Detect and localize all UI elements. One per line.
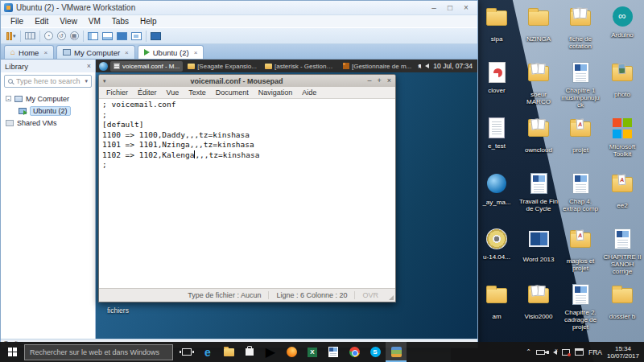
- taskbar-search-box[interactable]: Rechercher sur le web et dans Windows: [24, 344, 173, 360]
- taskbar-app-store[interactable]: [239, 342, 260, 362]
- action-center-icon[interactable]: [575, 348, 584, 356]
- desktop-icon-e-test[interactable]: e_test: [477, 116, 517, 171]
- hidden-icons-chevron[interactable]: ⌃: [526, 348, 531, 356]
- desktop-icon-chap-4-extrap-comp[interactable]: Chap 4. extrap comp: [560, 171, 601, 227]
- mousepad-menu-aide[interactable]: Aide: [297, 88, 321, 97]
- mousepad-menu-texte[interactable]: Texte: [184, 88, 211, 97]
- mousepad-menu-document[interactable]: Document: [211, 88, 254, 97]
- clock[interactable]: 15:34 10/07/2017: [607, 345, 639, 360]
- taskbar-app-explorer[interactable]: [218, 342, 239, 362]
- desktop-icon-am[interactable]: am: [477, 282, 517, 338]
- library-tree-item-ubuntu-2[interactable]: Ubuntu (2): [1, 105, 95, 117]
- vmware-tab-my-computer[interactable]: My Computer×: [56, 45, 135, 59]
- desktop-icon-clover[interactable]: clover: [477, 60, 517, 116]
- desktop-icon-magios-et-projet[interactable]: Amagios et projet: [560, 227, 601, 282]
- desktop-icon-soeur-marco[interactable]: soeur MARCO: [518, 60, 559, 116]
- desktop-icon-ay-ma[interactable]: _ay_ma...: [477, 171, 517, 227]
- mousepad-menu-navigation[interactable]: Navigation: [254, 88, 298, 97]
- vmware-tab-ubuntu-2[interactable]: Ubuntu (2)×: [138, 45, 204, 59]
- mousepad-menu-diter[interactable]: Éditer: [133, 88, 162, 97]
- desktop-icon-arduino[interactable]: ∞Arduino: [602, 5, 642, 60]
- desktop-icon-projet[interactable]: Aprojet: [560, 116, 601, 171]
- ubuntu-clock[interactable]: 10 Jul, 07:34: [433, 62, 473, 70]
- mousepad-menu-vue[interactable]: Vue: [162, 88, 184, 97]
- ubuntu-window-button[interactable]: [Seagate Expansio...: [184, 61, 260, 72]
- start-button[interactable]: [0, 342, 24, 362]
- ubuntu-app-menu-icon[interactable]: [99, 62, 108, 71]
- take-snapshot-button[interactable]: ◔: [44, 31, 53, 40]
- manage-snapshots-button[interactable]: ▦: [70, 31, 79, 40]
- mousepad-menu-fichier[interactable]: Fichier: [101, 88, 133, 97]
- volume-muted-icon[interactable]: [553, 350, 557, 355]
- unity-mode-button[interactable]: [131, 32, 142, 40]
- taskbar-app-firefox[interactable]: [281, 342, 302, 362]
- language-indicator[interactable]: FRA: [588, 348, 602, 356]
- vmware-menu-edit[interactable]: Edit: [29, 17, 54, 26]
- show-library-button[interactable]: [88, 32, 98, 40]
- desktop-icon-photo[interactable]: photo: [602, 60, 642, 116]
- fullscreen-button[interactable]: [117, 32, 127, 40]
- revert-snapshot-button[interactable]: ↺: [57, 31, 66, 40]
- maximize-button[interactable]: □: [442, 3, 458, 12]
- tree-expander-icon[interactable]: -: [6, 96, 11, 101]
- desktop-icon-label: Travail de Fin de Cycle: [518, 198, 559, 212]
- vmware-menu-file[interactable]: File: [5, 17, 29, 26]
- vmware-tab-home[interactable]: ⌂Home×: [4, 45, 54, 59]
- desktop-icon-nzinga[interactable]: NZINGA: [518, 5, 559, 60]
- desktop-icon-u-14-04[interactable]: u-14.04...: [477, 227, 517, 282]
- desktop-icon-fiche-de-cotation[interactable]: fiche de cotation: [560, 5, 601, 60]
- vmware-menu-tabs[interactable]: Tabs: [106, 17, 134, 26]
- ubuntu-window-button[interactable]: voicemail.conf - M...: [110, 61, 183, 72]
- desktop-icon-travail-de-fin-de-cycle[interactable]: Travail de Fin de Cycle: [518, 171, 559, 227]
- close-button[interactable]: ×: [387, 76, 391, 86]
- taskbar-app-task-view[interactable]: [176, 342, 197, 362]
- taskbar-app-media-player[interactable]: ▶: [260, 342, 281, 362]
- console-view-button[interactable]: [151, 32, 161, 40]
- library-search-box[interactable]: Type here to search ▾: [4, 75, 92, 88]
- resize-grip[interactable]: [389, 295, 394, 300]
- vmware-menu-help[interactable]: Help: [134, 17, 163, 26]
- taskbar-app-excel[interactable]: X: [302, 342, 323, 362]
- show-thumbnail-bar-button[interactable]: [102, 32, 113, 40]
- network-disconnected-icon[interactable]: [562, 349, 570, 356]
- suspend-button[interactable]: ▾: [6, 32, 16, 40]
- library-tree-item-my-computer[interactable]: -My Computer: [1, 93, 95, 105]
- close-button[interactable]: ×: [458, 3, 474, 12]
- battery-icon[interactable]: [536, 350, 545, 355]
- taskbar-app-vmware[interactable]: [386, 342, 407, 362]
- close-tab-icon[interactable]: ×: [125, 49, 129, 56]
- desktop-icon-visio2000[interactable]: Visio2000: [518, 282, 559, 338]
- desktop-icon-ee2[interactable]: Aee2: [602, 171, 642, 227]
- vmware-menu-view[interactable]: View: [54, 17, 83, 26]
- ubuntu-desktop[interactable]: fichiers ▾ voicemail.conf - Mousepad – +…: [96, 72, 477, 339]
- close-tab-icon[interactable]: ×: [43, 49, 47, 56]
- desktop-icon-microsoft-toolkit[interactable]: Microsoft Toolkit: [602, 116, 642, 171]
- volume-icon[interactable]: [425, 64, 429, 68]
- desktop-icon-chapitre-1-musimpunuju-ck[interactable]: Chapitre 1 musimpunuju ck: [560, 60, 601, 116]
- maximize-button[interactable]: +: [377, 76, 381, 86]
- desktop-icon-chapitre-2-cadrage-de-projet[interactable]: Chapitre 2. cadrage de projet: [560, 282, 601, 338]
- ubuntu-window-button[interactable]: [asterisk - Gestionn...: [262, 61, 338, 72]
- vm-console[interactable]: voicemail.conf - M...[Seagate Expansio..…: [96, 60, 477, 339]
- ubuntu-window-button[interactable]: [Gestionnaire de m...: [340, 61, 415, 72]
- vmware-menu-vm[interactable]: VM: [83, 17, 106, 26]
- vmware-titlebar[interactable]: Ubuntu (2) - VMware Workstation – □ ×: [1, 1, 477, 15]
- mousepad-titlebar[interactable]: ▾ voicemail.conf - Mousepad – + ×: [99, 75, 395, 87]
- desktop-icon-owncloud[interactable]: owncloud: [518, 116, 559, 171]
- taskbar-app-skype[interactable]: S: [365, 342, 386, 362]
- close-tab-icon[interactable]: ×: [194, 49, 198, 56]
- library-close-icon[interactable]: ×: [87, 62, 91, 70]
- desktop-icon-dossier-b[interactable]: dossier b: [602, 282, 642, 338]
- desktop-icon-word-2013[interactable]: Word 2013: [518, 227, 559, 282]
- taskbar-app-word[interactable]: [323, 342, 344, 362]
- desktop-icon-chapitre-ii-sanoh-corrige[interactable]: CHAPITRE II SANOH corrige: [602, 227, 642, 282]
- mousepad-text-area[interactable]: ; voicemail.conf;[default]1100 => 1100,D…: [99, 99, 395, 288]
- ubuntu-desktop-icon-label[interactable]: fichiers: [107, 306, 129, 315]
- taskbar-app-chrome[interactable]: [344, 342, 365, 362]
- minimize-button[interactable]: –: [367, 76, 371, 86]
- minimize-button[interactable]: –: [426, 3, 442, 12]
- ctrl-alt-del-button[interactable]: [25, 32, 35, 39]
- taskbar-app-edge[interactable]: e: [197, 342, 218, 362]
- desktop-icon-sipa[interactable]: sipa: [477, 5, 517, 60]
- library-tree-item-shared-vms[interactable]: Shared VMs: [1, 117, 95, 129]
